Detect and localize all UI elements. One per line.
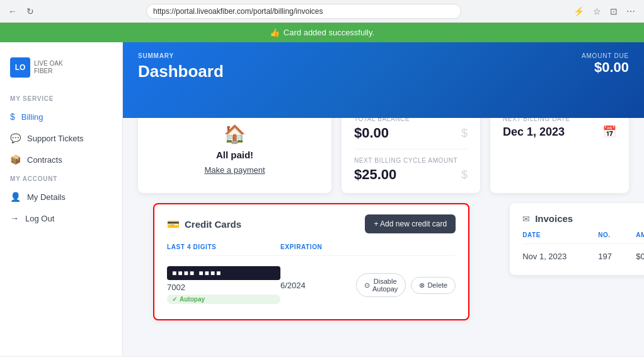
box-icon: 📦 (10, 155, 21, 165)
invoices-title: Invoices (535, 213, 573, 224)
url-text: https://portal.liveoakfiber.com/portal/b… (153, 7, 323, 16)
delete-label: Delete (427, 281, 447, 289)
card-digits-cell: ■■■■ ■■■■ 7002 ✓ Autopay (167, 266, 280, 304)
credit-cards-title: 💳 Credit Cards (167, 218, 241, 230)
inv-col-date: DATE (522, 231, 598, 238)
dollar-icon: $ (10, 112, 15, 122)
disable-autopay-label: Disable Autopay (372, 278, 398, 293)
credit-cards-section: 💳 Credit Cards + Add new credit card LAS… (153, 203, 469, 320)
inv-col-amount: AMOUNT DUE (636, 231, 644, 238)
inv-number: 197 (598, 252, 636, 261)
sidebar-item-log-out[interactable]: → Log Out (0, 208, 122, 229)
sidebar-support-label: Support Tickets (27, 134, 84, 143)
sidebar: LO LIVE OAK FIBER MY SERVICE $ Billing 💬… (0, 42, 123, 356)
browser-actions: ⚡ ☆ ⊡ ⋯ (571, 5, 638, 18)
card-last4: 7002 (167, 283, 280, 292)
sidebar-item-contracts[interactable]: 📦 Contracts (0, 149, 122, 170)
star-btn[interactable]: ☆ (590, 5, 604, 18)
success-icon: 👍 (270, 28, 280, 37)
url-bar[interactable]: https://portal.liveoakfiber.com/portal/b… (146, 4, 461, 19)
autopay-badge: ✓ Autopay (167, 295, 280, 304)
all-paid-text: All paid! (216, 149, 253, 160)
lower-right: ✉ Invoices DATE NO. AMOUNT DUE DUE DATE … (495, 193, 644, 320)
all-paid-card: 🏠 All paid! Make a payment (138, 105, 331, 193)
delete-icon: ⊗ (419, 281, 425, 290)
total-balance-value: $0.00 (354, 125, 389, 141)
sidebar-billing-label: Billing (21, 112, 43, 122)
dashboard-header: SUMMARY Dashboard AMOUNT DUE $0.00 (123, 42, 644, 118)
success-banner: 👍 Card added successfully. (0, 23, 644, 42)
cc-actions: ⊙ Disable Autopay ⊗ Delete (356, 273, 456, 297)
credit-card-icon: 💳 (167, 218, 180, 230)
next-billing-card: NEXT BILLING DATE Dec 1, 2023 📅 (490, 105, 629, 193)
dollar-icon-card: $ (461, 127, 468, 140)
lower-section: 💳 Credit Cards + Add new credit card LAS… (123, 193, 644, 331)
logo-line2: FIBER (34, 67, 63, 75)
cc-table-header: LAST 4 DIGITS EXPIRATION (167, 243, 456, 256)
lower-left: 💳 Credit Cards + Add new credit card LAS… (138, 193, 485, 320)
cards-row: 🏠 All paid! Make a payment TOTAL BALANCE… (123, 105, 644, 193)
amount-due-section: AMOUNT DUE $0.00 (582, 52, 629, 76)
expiry-cell: 6/2024 (280, 281, 356, 290)
home-icon: 🏠 (224, 124, 246, 144)
next-billing-value: Dec 1, 2023 (503, 126, 565, 139)
inv-date: Nov 1, 2023 (522, 252, 598, 261)
invoice-row: Nov 1, 2023 197 $0.00 Nov 15, 2023 📄 PDF (522, 248, 644, 265)
credit-cards-header: 💳 Credit Cards + Add new credit card (167, 214, 456, 233)
sidebar-item-billing[interactable]: $ Billing (0, 106, 122, 127)
col-actions (356, 243, 456, 250)
balance-card: TOTAL BALANCE $0.00 $ NEXT BILLING CYCLE… (342, 105, 480, 193)
col-last4: LAST 4 DIGITS (167, 243, 280, 250)
dollar-icon-cycle: $ (461, 168, 468, 182)
sidebar-item-my-details[interactable]: 👤 My Details (0, 186, 122, 208)
my-account-label: MY ACCOUNT (0, 170, 122, 186)
add-credit-card-button[interactable]: + Add new credit card (365, 214, 456, 233)
logo-area: LO LIVE OAK FIBER (0, 52, 122, 90)
invoices-section: ✉ Invoices DATE NO. AMOUNT DUE DUE DATE … (510, 203, 644, 275)
logout-icon: → (10, 213, 19, 223)
extensions-btn[interactable]: ⚡ (571, 5, 587, 18)
col-expiry: EXPIRATION (280, 243, 356, 250)
amount-due-label: AMOUNT DUE (582, 52, 629, 59)
invoice-envelope-icon: ✉ (522, 214, 530, 224)
calendar-icon: 📅 (602, 125, 616, 139)
credit-cards-label: Credit Cards (185, 219, 241, 230)
credit-card-row: ■■■■ ■■■■ 7002 ✓ Autopay 6/2024 ⊙ Disab (167, 261, 456, 309)
logo-abbr: LO (15, 63, 26, 72)
more-btn[interactable]: ⋯ (624, 5, 638, 18)
delete-card-button[interactable]: ⊗ Delete (411, 277, 456, 294)
app-layout: LO LIVE OAK FIBER MY SERVICE $ Billing 💬… (0, 42, 644, 356)
logo-box: LO (10, 57, 30, 78)
dashboard-title: Dashboard (138, 62, 224, 81)
sidebar-logout-label: Log Out (25, 214, 54, 223)
logo-text: LIVE OAK FIBER (34, 60, 63, 75)
next-cycle-value: $25.00 (354, 167, 396, 183)
refresh-button[interactable]: ↻ (24, 5, 37, 18)
sidebar-contracts-label: Contracts (27, 155, 62, 165)
sidebar-details-label: My Details (27, 192, 66, 202)
main-content: SUMMARY Dashboard AMOUNT DUE $0.00 🏠 All… (123, 42, 644, 356)
header-left: SUMMARY Dashboard (138, 52, 224, 81)
logo-line1: LIVE OAK (34, 60, 63, 67)
inv-amount: $0.00 (636, 252, 644, 261)
disable-autopay-button[interactable]: ⊙ Disable Autopay (356, 273, 406, 297)
autopay-label: Autopay (180, 296, 205, 303)
success-message: Card added successfully. (284, 28, 374, 37)
my-service-label: MY SERVICE (0, 90, 122, 106)
browser-chrome: ← ↻ https://portal.liveoakfiber.com/port… (0, 0, 644, 23)
card-masked: ■■■■ ■■■■ (167, 266, 280, 280)
share-btn[interactable]: ⊡ (607, 5, 620, 18)
inv-col-no: NO. (598, 231, 636, 238)
summary-label: SUMMARY (138, 52, 224, 59)
autopay-check-icon: ✓ (172, 296, 177, 303)
sidebar-item-support-tickets[interactable]: 💬 Support Tickets (0, 127, 122, 149)
back-button[interactable]: ← (6, 5, 19, 18)
disable-icon: ⊙ (364, 281, 370, 290)
amount-due-value: $0.00 (582, 59, 629, 76)
make-payment-link[interactable]: Make a payment (204, 165, 265, 175)
next-cycle-label: NEXT BILLING CYCLE AMOUNT (354, 157, 468, 164)
invoices-header: ✉ Invoices (522, 213, 644, 224)
user-icon: 👤 (10, 192, 21, 202)
dashboard-header-top: SUMMARY Dashboard AMOUNT DUE $0.00 (138, 52, 629, 81)
chat-icon: 💬 (10, 133, 21, 143)
